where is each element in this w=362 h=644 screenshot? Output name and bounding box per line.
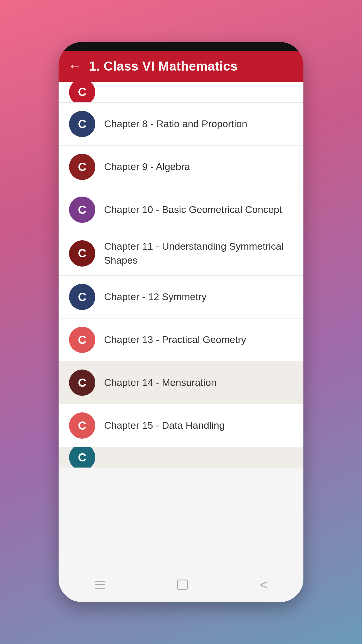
chapter-label: Chapter 11 - Understanding Symmetrical S… — [104, 239, 293, 267]
avatar: C — [69, 197, 95, 223]
list-item[interactable]: C Chapter 10 - Basic Geometrical Concept — [59, 188, 303, 231]
list-item[interactable]: C Chapter 14 - Mensuration — [59, 361, 303, 404]
back-button[interactable]: ← — [68, 59, 82, 73]
chapter-label: Chapter 10 - Basic Geometrical Concept — [104, 203, 282, 217]
list-item[interactable]: C Chapter 13 - Practical Geometry — [59, 318, 303, 361]
list-item[interactable]: C Chapter - 12 Symmetry — [59, 276, 303, 318]
chapter-label: Chapter 14 - Mensuration — [104, 376, 217, 390]
avatar: C — [69, 447, 95, 468]
avatar: C — [69, 111, 95, 137]
list-item[interactable]: C Chapter 15 - Data Handling — [59, 404, 303, 447]
bottom-navigation: < — [59, 567, 303, 602]
avatar: C — [69, 240, 95, 267]
chapter-label: Chapter 15 - Data Handling — [104, 419, 225, 433]
chapter-label: Chapter 9 - Algebra — [104, 160, 190, 174]
avatar: C — [69, 82, 95, 103]
recent-apps-button[interactable] — [95, 581, 105, 589]
avatar: C — [69, 154, 95, 180]
list-item[interactable]: C Chapter 9 - Algebra — [59, 146, 303, 188]
chapter-label: Chapter 13 - Practical Geometry — [104, 333, 246, 347]
avatar: C — [69, 370, 95, 396]
chapter-list: C C Chapter 8 - Ratio and Proportion C C… — [59, 82, 303, 567]
list-item[interactable]: C — [59, 447, 303, 468]
avatar: C — [69, 327, 95, 353]
status-bar — [59, 42, 303, 51]
content-area: C C Chapter 8 - Ratio and Proportion C C… — [59, 82, 303, 567]
page-title: 1. Class VI Mathematics — [89, 59, 238, 74]
list-item[interactable]: C Chapter 11 - Understanding Symmetrical… — [59, 231, 303, 276]
home-button[interactable] — [177, 580, 188, 590]
phone-frame: ← 1. Class VI Mathematics C C Chapter 8 … — [59, 42, 303, 602]
back-nav-button[interactable]: < — [260, 578, 268, 592]
list-item[interactable]: C Chapter 8 - Ratio and Proportion — [59, 103, 303, 146]
app-header: ← 1. Class VI Mathematics — [59, 51, 303, 82]
chapter-label: Chapter - 12 Symmetry — [104, 290, 206, 304]
avatar: C — [69, 412, 95, 439]
list-item[interactable]: C — [59, 82, 303, 103]
chapter-label: Chapter 8 - Ratio and Proportion — [104, 117, 247, 131]
avatar: C — [69, 284, 95, 310]
